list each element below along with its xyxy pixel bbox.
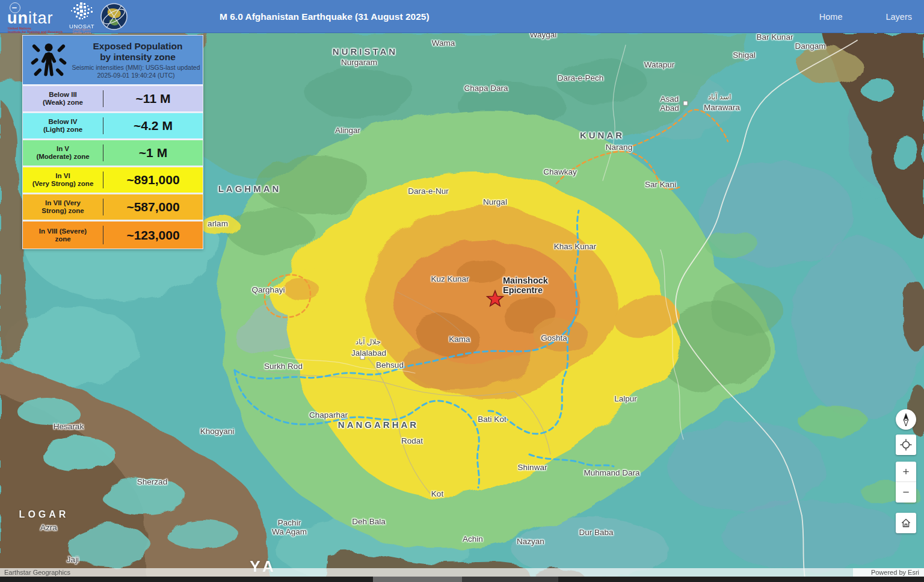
legend-rows: Below III (Weak) zone~11 MBelow IV (Ligh… xyxy=(23,86,203,249)
legend-row-1: Below IV (Light) zone~4.2 M xyxy=(23,113,203,140)
unitar-wordmark-light: itar xyxy=(28,9,54,27)
legend-header: Exposed Population by intensity zone Sei… xyxy=(23,36,203,86)
legend-zone-label: In VIII (Severe) zone xyxy=(23,221,103,249)
locate-icon xyxy=(900,439,912,451)
nav-item-home[interactable]: Home xyxy=(819,12,843,22)
attribution-bar: Earthstar Geographics Powered by Esri xyxy=(0,568,924,577)
attribution-source: Earthstar Geographics xyxy=(4,568,70,577)
page-title: M 6.0 Afghanistan Earthquake (31 August … xyxy=(220,0,430,33)
unosat-dots-icon xyxy=(68,2,96,22)
unosat-tagline: United Nations Satellite Centre xyxy=(68,29,96,34)
legend-value: ~4.2 M xyxy=(103,113,203,138)
zoom-out-button[interactable]: − xyxy=(896,482,916,503)
unosat-globe-icon xyxy=(100,3,128,30)
unosat-logo: UNOSAT United Nations Satellite Centre xyxy=(68,2,96,32)
legend-value: ~11 M xyxy=(103,86,203,111)
legend-value: ~891,000 xyxy=(103,167,203,193)
locate-button[interactable] xyxy=(896,435,916,455)
jalalabad-city-marker xyxy=(360,355,365,359)
legend-zone-label: Below III (Weak) zone xyxy=(23,86,103,111)
legend-value: ~123,000 xyxy=(103,221,203,249)
legend-row-5: In VIII (Severe) zone~123,000 xyxy=(23,221,203,249)
asadabad-city-marker xyxy=(683,101,688,105)
header-nav: HomeLayers xyxy=(819,0,924,33)
unitar-wordmark: unitar xyxy=(7,9,54,28)
unitar-wordmark-bold: un xyxy=(7,9,28,27)
unosat-map-app: DawlatshahNURISTANWamaWaygalNurgaramChap… xyxy=(0,0,924,582)
epicenter-label: Mainshock Epicentre xyxy=(503,276,548,295)
legend-row-2: In V (Moderate) zone~1 M xyxy=(23,140,203,167)
exposed-population-legend: Exposed Population by intensity zone Sei… xyxy=(22,35,203,249)
zoom-in-button[interactable]: + xyxy=(896,462,916,482)
legend-row-0: Below III (Weak) zone~11 M xyxy=(23,86,203,113)
legend-title: Exposed Population by intensity zone xyxy=(76,41,200,63)
zoom-controls: + − xyxy=(896,462,916,503)
powered-by-esri: Powered by Esri xyxy=(853,568,924,577)
nav-item-layers[interactable]: Layers xyxy=(886,12,912,22)
legend-row-3: In VI (Very Strong) zone~891,000 xyxy=(23,167,203,194)
legend-value: ~587,000 xyxy=(103,194,203,220)
compass-button[interactable] xyxy=(896,409,916,430)
legend-value: ~1 M xyxy=(103,140,203,166)
legend-subtitle: Seismic intensities (MMI): USGS-last upd… xyxy=(71,64,201,79)
unitar-tagline: United Nations Institute for Training an… xyxy=(8,26,63,34)
legend-zone-label: Below IV (Light) zone xyxy=(23,113,103,138)
legend-row-4: In VII (Very Strong) zone~587,000 xyxy=(23,194,203,221)
bottom-dark-bar xyxy=(0,577,924,582)
legend-zone-label: In V (Moderate) zone xyxy=(23,140,103,166)
exposed-person-icon xyxy=(29,40,69,80)
legend-zone-label: In VII (Very Strong) zone xyxy=(23,194,103,220)
home-extent-button[interactable] xyxy=(896,513,916,533)
legend-zone-label: In VI (Very Strong) zone xyxy=(23,167,103,193)
compass-needle-icon xyxy=(900,412,912,427)
app-header: unitar United Nations Institute for Trai… xyxy=(0,0,924,33)
home-icon xyxy=(900,517,912,529)
